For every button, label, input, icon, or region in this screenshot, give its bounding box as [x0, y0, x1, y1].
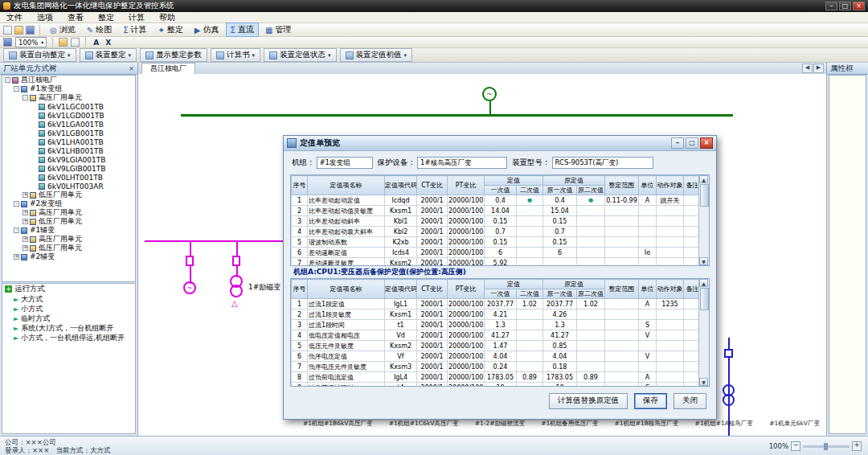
tree-expander-icon[interactable]: + — [23, 210, 28, 215]
menu-item[interactable]: 选项 — [35, 12, 55, 23]
table-row[interactable]: 1过流1段定值IgL12000/120000/1002037.771.02203… — [292, 299, 702, 309]
column-header[interactable]: 定值项名称 — [308, 280, 385, 299]
column-header[interactable]: 定值项代码 — [385, 280, 417, 299]
ribbon-button-device-value-init[interactable]: 装置定值初值▾ — [340, 48, 413, 62]
column-header[interactable]: 整定范围 — [605, 280, 639, 299]
table-row[interactable]: 3比率差动起动斜率Kbl12000/120000/1000.150.15 — [292, 216, 702, 227]
ribbon-button-show-setting-params[interactable]: 显示整定参数 — [140, 48, 207, 62]
tree-node[interactable]: -昌江核电厂 — [2, 76, 135, 84]
tree-expander-icon[interactable]: - — [5, 77, 10, 83]
table-row[interactable]: 7差动速断灵敏度Kxsm22000/120000/1005.92 — [292, 258, 702, 267]
table-row[interactable]: 4低电压定值相电压Vd2000/120000/10041.2741.27V — [292, 330, 702, 341]
tree-expander-icon[interactable]: + — [23, 236, 28, 242]
run-mode-item[interactable]: ►大方式 — [2, 294, 135, 304]
transformer-winding-symbol[interactable] — [230, 285, 243, 297]
table-row[interactable]: 9过负荷保护延时t42000/120000/1001010S — [292, 383, 702, 387]
table-row[interactable]: 4比率差动起动最大斜率Kbl22000/120000/1000.70.7 — [292, 227, 702, 237]
ribbon-button-device-setting[interactable]: 装置整定▾ — [80, 48, 137, 62]
table-row[interactable]: 7负序电压元件灵敏度Kxsm32000/120000/1000.240.18 — [292, 362, 702, 372]
dialog-close-button[interactable]: × — [700, 137, 713, 149]
ribbon-button-calc-book[interactable]: 计算书▾ — [211, 48, 260, 62]
column-header[interactable]: CT变比 — [417, 280, 448, 299]
toolbar-button-browse[interactable]: ◎浏览 — [45, 23, 80, 37]
tree-node[interactable]: +低压厂用单元 — [2, 191, 135, 199]
table-row[interactable]: 6负序电压定值Vf2000/120000/1004.044.04V — [292, 351, 702, 362]
properties-body[interactable] — [829, 75, 866, 434]
column-header[interactable]: 定值项代码 — [385, 176, 417, 195]
image-icon[interactable] — [59, 38, 68, 47]
column-header[interactable]: 定值项名称 — [308, 176, 385, 195]
zoom-in-icon[interactable]: + — [852, 441, 862, 451]
table-scrollbar[interactable]: ▲ ▼ — [698, 175, 709, 265]
close-icon[interactable]: × — [129, 65, 134, 72]
menu-item[interactable]: 整定 — [96, 12, 116, 23]
table-scrollbar[interactable]: ▲ ▼ — [698, 279, 709, 386]
tree-node[interactable]: 6kV1LGC001TB — [2, 102, 135, 111]
replace-original-button[interactable]: 计算值替换原定值 — [549, 393, 628, 409]
zoom-out-icon[interactable]: − — [791, 441, 800, 451]
scroll-down-icon[interactable]: ▼ — [699, 257, 708, 265]
column-group-header[interactable]: 定值 — [485, 280, 543, 289]
table-row[interactable]: 6差动速断定值Icds42000/120000/10066Ie — [292, 248, 702, 258]
breaker-symbol-blue[interactable] — [724, 349, 733, 358]
table-row[interactable]: 3过流1段时间t12000/120000/1001.31.3S — [292, 320, 702, 330]
column-header[interactable]: 一次值 — [485, 289, 517, 299]
protect-device-input[interactable]: 1#核岛高压厂变 — [417, 157, 507, 169]
menu-item[interactable]: 帮助 — [158, 12, 177, 23]
tree-node[interactable]: -高压厂用单元 — [2, 93, 135, 102]
column-header[interactable]: PT变比 — [448, 176, 485, 195]
tree-node[interactable]: 6kV1LGA001TB — [2, 120, 135, 129]
delete-button[interactable]: X — [104, 39, 113, 47]
column-header[interactable]: 单位 — [639, 176, 657, 195]
generator-symbol[interactable]: ~ — [482, 87, 497, 101]
column-header[interactable]: PT变比 — [448, 280, 485, 299]
tree-node[interactable]: 6kV1LHB001TB — [2, 146, 135, 155]
toolbar-button-simulate[interactable]: ▶仿真 — [190, 23, 224, 37]
column-header[interactable]: 原一次值 — [543, 289, 577, 299]
column-group-header[interactable]: 定值 — [485, 176, 543, 186]
column-header[interactable]: 单位 — [639, 280, 657, 299]
tree-node[interactable]: 6kV9LGIA001TB — [2, 155, 135, 164]
tree-node[interactable]: 6kV1LGB001TB — [2, 129, 135, 137]
transformer-winding-symbol-blue[interactable] — [723, 394, 735, 406]
tree-node[interactable]: +#2辅变 — [2, 252, 135, 261]
scroll-up-icon[interactable]: ▲ — [699, 279, 708, 287]
column-header[interactable]: 一次值 — [485, 186, 517, 195]
tree-node[interactable]: 6kV0LHT001TB — [2, 173, 135, 182]
toolbar-button-setting[interactable]: ✦整定 — [153, 23, 187, 37]
dialog-title-bar[interactable]: 定值单预览 – □ × — [284, 136, 716, 151]
column-header[interactable]: 序号 — [292, 280, 308, 299]
maximize-button[interactable]: □ — [839, 2, 851, 10]
scroll-up-icon[interactable]: ▲ — [699, 175, 708, 183]
run-mode-item[interactable]: ►临时方式 — [2, 314, 135, 323]
tree-expander-icon[interactable]: + — [23, 219, 28, 224]
tree-expander-icon[interactable]: + — [14, 254, 19, 260]
column-header[interactable]: 二次值 — [517, 186, 543, 195]
column-header[interactable]: 原二次值 — [577, 289, 605, 299]
zoom-select[interactable]: 100% ▾ — [15, 37, 47, 47]
tree-node[interactable]: 6kV1LGD001TB — [2, 111, 135, 120]
tab-scroll-right-icon[interactable]: ▶ — [813, 64, 824, 73]
column-header[interactable]: 整定范围 — [605, 176, 639, 195]
run-mode-item[interactable]: ►小方式 — [2, 304, 135, 314]
open-file-icon[interactable] — [14, 26, 23, 35]
zoom-slider[interactable] — [803, 445, 850, 448]
new-file-icon[interactable] — [3, 26, 12, 35]
tree-node[interactable]: 6kV1LHA001TB — [2, 137, 135, 146]
table-row[interactable]: 5谐波制动系数K2xb2000/120000/1000.150.15 — [292, 237, 702, 248]
add-icon[interactable]: + — [5, 285, 12, 293]
column-group-header[interactable]: 原定值 — [543, 176, 605, 186]
menu-item[interactable]: 查看 — [66, 12, 85, 23]
column-group-header[interactable]: 原定值 — [543, 280, 605, 289]
table-row[interactable]: 5低压元件灵敏度Kxsm22000/120000/1001.470.85 — [292, 341, 702, 351]
tab-station[interactable]: 昌江核电厂 — [141, 63, 195, 74]
breaker-symbol[interactable] — [186, 256, 194, 266]
dialog-minimize-button[interactable]: – — [671, 137, 684, 149]
column-header[interactable]: 序号 — [292, 176, 308, 195]
close-button[interactable]: × — [853, 2, 865, 10]
run-mode-item[interactable]: ►小方式，一台机组停运,机组断开 — [2, 333, 135, 342]
toolbar-button-calculate[interactable]: Σ计算 — [118, 23, 151, 37]
scrollbar-thumb[interactable] — [700, 184, 709, 207]
dialog-maximize-button[interactable]: □ — [686, 137, 698, 149]
run-mode-item[interactable]: ►系统(大)方式，一台机组断开 — [2, 323, 135, 333]
